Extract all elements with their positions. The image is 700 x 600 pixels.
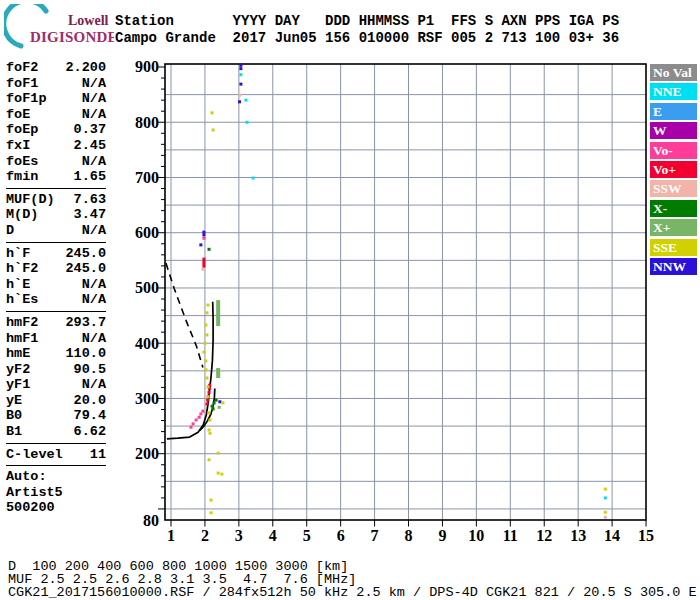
- legend-item-Vo+: Vo+: [650, 161, 697, 178]
- echo-point: [221, 401, 224, 404]
- echo-point: [206, 395, 209, 398]
- echo-bar: [216, 368, 220, 378]
- echo-point: [208, 248, 211, 251]
- legend-item-W: W: [650, 122, 697, 139]
- echo-point: [604, 511, 607, 514]
- echo-point: [604, 496, 607, 499]
- echo-point: [238, 94, 241, 97]
- x-tick-label: 8: [405, 527, 413, 544]
- echo-point: [246, 121, 249, 124]
- echo-point: [211, 111, 214, 114]
- echo-point: [239, 64, 242, 67]
- echo-point: [206, 304, 209, 307]
- y-tick-label: 700: [135, 169, 159, 186]
- x-tick-label: 11: [503, 527, 518, 544]
- echo-point: [201, 410, 204, 413]
- x-tick-label: 3: [235, 527, 243, 544]
- y-tick-label: 80: [143, 512, 159, 529]
- echo-point: [212, 407, 215, 410]
- legend-item-SSW: SSW: [650, 180, 697, 197]
- legend-item-E: E: [650, 103, 697, 120]
- echo-point: [215, 399, 218, 402]
- x-tick-label: 14: [604, 527, 620, 544]
- echo-point: [206, 385, 209, 388]
- ionogram-viewer: Lowell DIGISONDE Station YYYY DAY DDD HH…: [0, 0, 700, 600]
- echo-point: [202, 351, 205, 354]
- x-tick-label: 12: [536, 527, 552, 544]
- echo-point: [199, 412, 202, 415]
- x-tick-label: 15: [638, 527, 654, 544]
- echo-point: [604, 516, 607, 519]
- y-tick-label: 400: [135, 335, 159, 352]
- y-tick-label: 500: [135, 279, 159, 296]
- echo-point: [205, 402, 208, 405]
- y-tick-label: 900: [135, 58, 159, 75]
- echo-point: [210, 511, 213, 514]
- echo-point: [195, 419, 198, 422]
- echo-point: [209, 419, 212, 422]
- echo-point: [205, 377, 208, 380]
- echo-point: [198, 416, 201, 419]
- x-tick-label: 10: [468, 527, 484, 544]
- legend-item-NoVal: No Val: [650, 64, 697, 81]
- ionogram-plot: 9008007006005004003002008012345678910111…: [0, 0, 700, 600]
- echo-point: [218, 406, 221, 409]
- echo-point: [190, 426, 193, 429]
- axis-ticks: [158, 67, 646, 527]
- y-tick-label: 800: [135, 114, 159, 131]
- legend: No ValNNEEWVo-Vo+SSWX-X+SSENNW: [650, 64, 697, 277]
- echo-point: [209, 432, 212, 435]
- echo-point: [239, 67, 242, 70]
- legend-item-X+: X+: [650, 219, 697, 236]
- echo-point: [212, 128, 215, 131]
- x-tick-label: 6: [337, 527, 345, 544]
- y-tick-label: 300: [135, 390, 159, 407]
- echo-point: [205, 311, 208, 314]
- echo-point: [244, 99, 247, 102]
- legend-item-NNW: NNW: [650, 258, 697, 275]
- y-tick-label: 200: [135, 445, 159, 462]
- echo-series-NNW: [199, 64, 242, 403]
- x-tick-label: 13: [570, 527, 586, 544]
- echo-point: [205, 333, 208, 336]
- grid: [165, 64, 646, 520]
- legend-item-Vo-: Vo-: [650, 142, 697, 159]
- x-tick-label: 2: [201, 527, 209, 544]
- legend-item-SSE: SSE: [650, 239, 697, 256]
- echo-point: [201, 268, 204, 271]
- echo-point: [213, 401, 216, 404]
- echo-point: [199, 243, 202, 246]
- echo-point: [238, 100, 241, 103]
- echo-point: [252, 177, 255, 180]
- echo-point: [208, 411, 211, 414]
- echo-series-NNE: [239, 73, 606, 499]
- file-info-row: CGK21_2017156010000.RSF / 284fx512h 50 k…: [8, 586, 700, 599]
- echo-series-SSW: [201, 94, 606, 519]
- echo-point: [239, 83, 242, 86]
- echo-point: [604, 488, 607, 491]
- echo-series-X+: [216, 300, 221, 409]
- plot-border: [165, 64, 646, 520]
- echo-point: [202, 231, 205, 234]
- echo-point: [204, 323, 207, 326]
- echo-point: [239, 73, 242, 76]
- echo-point: [206, 399, 209, 402]
- echo-point: [220, 473, 223, 476]
- legend-item-X-: X-: [650, 200, 697, 217]
- legend-item-NNE: NNE: [650, 83, 697, 100]
- x-tick-label: 7: [371, 527, 379, 544]
- echo-point: [192, 422, 195, 425]
- echo-bar: [202, 258, 205, 268]
- echo-point: [210, 499, 213, 502]
- echo-point: [218, 400, 221, 403]
- echo-point: [208, 391, 211, 394]
- echo-bar: [216, 300, 220, 326]
- echo-point: [202, 233, 205, 236]
- echo-point: [202, 237, 205, 240]
- y-tick-label: 600: [135, 224, 159, 241]
- x-tick-label: 5: [303, 527, 311, 544]
- echo-point: [217, 452, 220, 455]
- echo-point: [204, 368, 207, 371]
- echo-point: [203, 342, 206, 345]
- echo-point: [217, 472, 220, 475]
